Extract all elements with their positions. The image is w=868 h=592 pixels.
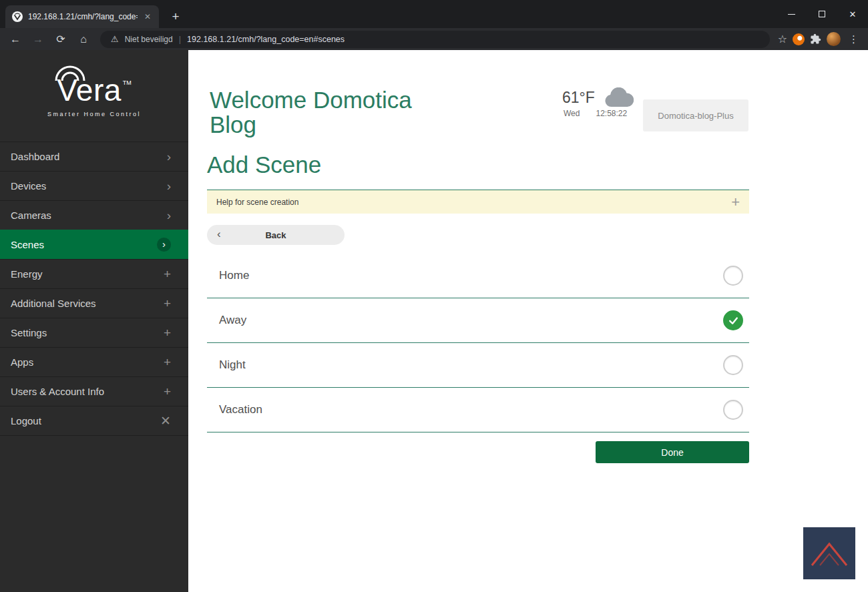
sidebar-item-settings[interactable]: Settings + bbox=[0, 318, 188, 347]
wifi-arcs-icon bbox=[53, 65, 87, 82]
page-title: Add Scene bbox=[207, 152, 321, 178]
chevron-left-icon: ‹ bbox=[217, 228, 221, 240]
done-button[interactable]: Done bbox=[596, 441, 749, 463]
scene-row-vacation[interactable]: Vacation bbox=[207, 388, 749, 432]
vera-logo: VeraTM Smarter Home Control bbox=[0, 50, 188, 141]
plus-icon: + bbox=[164, 356, 171, 368]
forward-icon[interactable]: → bbox=[29, 31, 47, 48]
sidebar-item-label: Apps bbox=[11, 356, 33, 368]
help-text: Help for scene creation bbox=[216, 198, 298, 207]
sidebar-menu: Dashboard › Devices › Cameras › Scenes ›… bbox=[0, 141, 188, 436]
scene-name: Away bbox=[219, 314, 246, 327]
chevron-right-circle-icon: › bbox=[157, 238, 171, 252]
trademark: TM bbox=[123, 79, 132, 86]
address-bar[interactable]: ⚠ Niet beveiligd | 192.168.1.21/cmh/?lan… bbox=[100, 31, 770, 48]
address-url: 192.168.1.21/cmh/?lang_code=en#scenes bbox=[187, 35, 345, 44]
welcome-title: Welcome Domotica Blog bbox=[210, 87, 433, 137]
sidebar-item-apps[interactable]: Apps + bbox=[0, 347, 188, 376]
sidebar-item-label: Settings bbox=[11, 327, 47, 338]
help-bar[interactable]: Help for scene creation + bbox=[207, 190, 749, 214]
vera-favicon-icon bbox=[12, 11, 23, 22]
scene-name: Night bbox=[219, 358, 246, 372]
extensions-puzzle-icon[interactable] bbox=[810, 33, 821, 45]
scene-radio[interactable] bbox=[723, 355, 743, 375]
scene-row-home[interactable]: Home bbox=[207, 254, 749, 298]
chevron-right-icon: › bbox=[167, 180, 171, 192]
minimize-button[interactable] bbox=[776, 0, 807, 28]
minimize-icon bbox=[788, 14, 795, 15]
sidebar-item-label: Scenes bbox=[11, 239, 44, 250]
help-section: Help for scene creation + bbox=[207, 190, 749, 214]
scene-name: Vacation bbox=[219, 403, 262, 416]
sidebar-item-additional-services[interactable]: Additional Services + bbox=[0, 288, 188, 318]
expand-plus-icon[interactable]: + bbox=[731, 195, 740, 210]
weather-widget: 61°F Wed 12:58:22 bbox=[562, 87, 634, 118]
plus-icon: + bbox=[164, 385, 171, 398]
security-label: Niet beveiligd bbox=[125, 35, 173, 44]
browser-tab[interactable]: 192.168.1.21/cmh/?lang_code=e ✕ bbox=[5, 5, 159, 28]
scene-row-away[interactable]: Away bbox=[207, 298, 749, 343]
back-button[interactable]: ‹ Back bbox=[207, 225, 345, 245]
sidebar-item-energy[interactable]: Energy + bbox=[0, 259, 188, 288]
weather-time: 12:58:22 bbox=[596, 109, 627, 118]
sidebar-item-label: Energy bbox=[11, 268, 43, 280]
address-separator: | bbox=[179, 34, 181, 44]
controller-selector[interactable]: Domotica-blog-Plus bbox=[643, 99, 748, 131]
browser-menu-icon[interactable]: ⋮ bbox=[846, 33, 861, 45]
scene-radio[interactable] bbox=[723, 400, 743, 420]
weather-temperature: 61°F bbox=[562, 89, 595, 107]
sidebar-item-dashboard[interactable]: Dashboard › bbox=[0, 141, 188, 171]
sidebar-item-cameras[interactable]: Cameras › bbox=[0, 200, 188, 230]
scene-mode-list: Home Away Night bbox=[207, 254, 749, 432]
chevron-right-icon: › bbox=[167, 150, 171, 163]
sidebar-item-label: Additional Services bbox=[11, 298, 96, 309]
window-controls: ✕ bbox=[776, 0, 868, 28]
sidebar-item-scenes[interactable]: Scenes › bbox=[0, 230, 188, 259]
weather-day: Wed bbox=[564, 109, 580, 118]
bookmark-star-icon[interactable]: ☆ bbox=[778, 33, 787, 45]
check-icon bbox=[728, 315, 739, 326]
browser-navbar: ← → ⟳ ⌂ ⚠ Niet beveiligd | 192.168.1.21/… bbox=[0, 28, 868, 50]
scroll-to-top-button[interactable] bbox=[803, 527, 855, 579]
reload-icon[interactable]: ⟳ bbox=[52, 31, 69, 48]
sidebar-item-label: Logout bbox=[11, 415, 41, 426]
brand-tagline: Smarter Home Control bbox=[47, 111, 141, 117]
main-content: Welcome Domotica Blog 61°F Wed 12:58:22 … bbox=[188, 50, 868, 592]
scene-radio[interactable] bbox=[723, 266, 743, 286]
plus-icon: + bbox=[164, 297, 171, 310]
scene-row-night[interactable]: Night bbox=[207, 343, 749, 388]
home-icon[interactable]: ⌂ bbox=[75, 31, 92, 48]
sidebar-item-label: Devices bbox=[11, 180, 46, 192]
puzzle-icon bbox=[810, 33, 821, 45]
plus-icon: + bbox=[164, 268, 171, 280]
arrow-up-icon bbox=[803, 527, 855, 579]
sidebar: VeraTM Smarter Home Control Dashboard › … bbox=[0, 50, 188, 592]
sidebar-item-logout[interactable]: Logout ✕ bbox=[0, 406, 188, 435]
scene-name: Home bbox=[219, 269, 249, 282]
sidebar-item-label: Cameras bbox=[11, 210, 51, 221]
sidebar-item-label: Users & Account Info bbox=[11, 386, 104, 397]
close-icon: ✕ bbox=[160, 414, 171, 427]
chevron-right-icon: › bbox=[167, 209, 171, 222]
extension-orange-icon[interactable] bbox=[793, 33, 805, 45]
back-label: Back bbox=[265, 230, 286, 240]
app-page: VeraTM Smarter Home Control Dashboard › … bbox=[0, 50, 868, 592]
tab-close-icon[interactable]: ✕ bbox=[143, 11, 152, 23]
sidebar-item-devices[interactable]: Devices › bbox=[0, 171, 188, 200]
back-icon[interactable]: ← bbox=[7, 31, 24, 48]
tab-title: 192.168.1.21/cmh/?lang_code=e bbox=[28, 12, 138, 21]
sidebar-item-users-account-info[interactable]: Users & Account Info + bbox=[0, 376, 188, 406]
profile-avatar[interactable] bbox=[827, 32, 841, 46]
scene-radio[interactable] bbox=[723, 310, 743, 330]
cloud-icon bbox=[603, 87, 634, 107]
not-secure-warning-icon[interactable]: ⚠ bbox=[111, 34, 119, 44]
plus-icon: + bbox=[164, 326, 171, 339]
browser-titlebar: 192.168.1.21/cmh/?lang_code=e ✕ + ✕ bbox=[0, 0, 868, 28]
new-tab-button[interactable]: + bbox=[167, 8, 184, 25]
close-button[interactable]: ✕ bbox=[837, 0, 868, 28]
browser-window: 192.168.1.21/cmh/?lang_code=e ✕ + ✕ ← → … bbox=[0, 0, 868, 592]
maximize-icon bbox=[819, 11, 825, 17]
maximize-button[interactable] bbox=[807, 0, 837, 28]
sidebar-item-label: Dashboard bbox=[11, 151, 59, 162]
